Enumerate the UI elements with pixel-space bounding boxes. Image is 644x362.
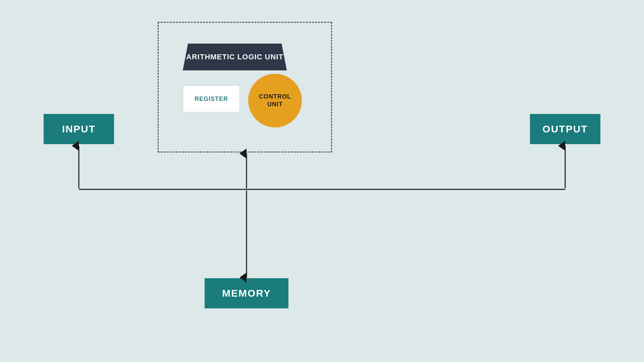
input-text: INPUT (62, 123, 96, 135)
register-box: REGISTER (183, 85, 240, 112)
control-unit: CONTROLUNIT (248, 74, 302, 127)
alu-label: ARITHMETIC LOGIC UNIT (183, 44, 287, 70)
memory-text: MEMORY (222, 288, 271, 299)
output-text: OUTPUT (542, 123, 588, 135)
alu-text: ARITHMETIC LOGIC UNIT (186, 53, 283, 61)
output-box: OUTPUT (530, 114, 600, 144)
register-text: REGISTER (195, 96, 228, 103)
input-box: INPUT (44, 114, 114, 144)
memory-box: MEMORY (205, 278, 288, 308)
diagram-container: ARITHMETIC LOGIC UNIT REGISTER CONTROLUN… (0, 0, 644, 362)
control-unit-text: CONTROLUNIT (259, 93, 291, 109)
